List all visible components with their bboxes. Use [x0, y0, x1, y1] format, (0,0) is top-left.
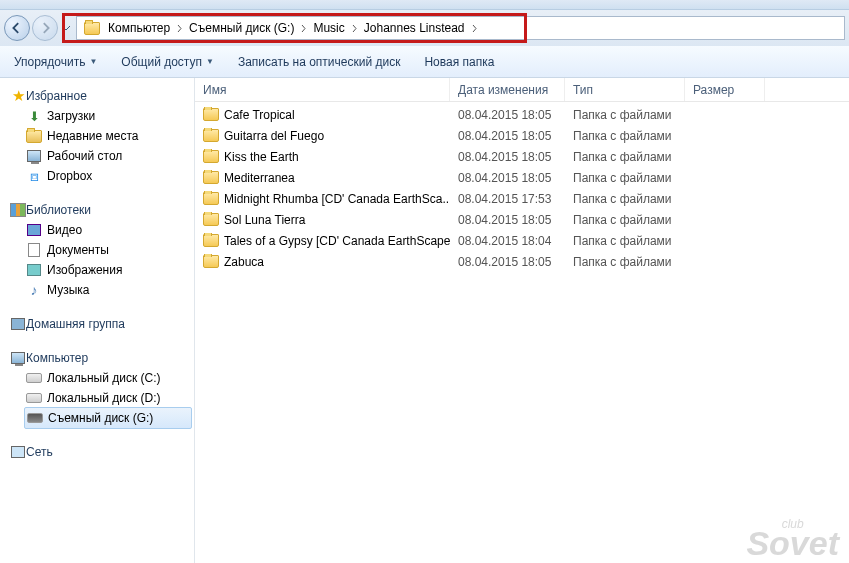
disk-icon: [26, 390, 42, 406]
chevron-down-icon: ▼: [206, 57, 214, 66]
homegroup-header[interactable]: Домашняя группа: [0, 314, 194, 334]
nav-bar: КомпьютерСъемный диск (G:)MusicJohannes …: [0, 10, 849, 46]
folder-icon: [203, 170, 219, 186]
sidebar-item-favorite[interactable]: ⬇Загрузки: [0, 106, 194, 126]
sidebar-item-label: Локальный диск (D:): [47, 391, 161, 405]
network-icon: [10, 444, 26, 460]
new-folder-button[interactable]: Новая папка: [418, 51, 500, 73]
sidebar-item-favorite[interactable]: ⧈Dropbox: [0, 166, 194, 186]
sidebar-item-label: Локальный диск (C:): [47, 371, 161, 385]
chevron-right-icon[interactable]: [173, 21, 186, 35]
file-name: Zabuca: [224, 255, 264, 269]
file-name: Sol Luna Tierra: [224, 213, 305, 227]
sidebar-item-drive[interactable]: Локальный диск (C:): [0, 368, 194, 388]
chevron-right-icon[interactable]: [468, 21, 481, 35]
file-list-pane: Имя Дата изменения Тип Размер Cafe Tropi…: [195, 78, 849, 563]
sidebar-item-label: Загрузки: [47, 109, 95, 123]
back-button[interactable]: [4, 15, 30, 41]
network-group: Сеть: [0, 442, 194, 462]
sidebar-item-label: Документы: [47, 243, 109, 257]
column-date[interactable]: Дата изменения: [450, 78, 565, 101]
column-size[interactable]: Размер: [685, 78, 765, 101]
download-icon: ⬇: [26, 108, 42, 124]
homegroup-icon: [10, 316, 26, 332]
sidebar-item-library[interactable]: Документы: [0, 240, 194, 260]
sidebar-item-label: Рабочий стол: [47, 149, 122, 163]
file-date: 08.04.2015 17:53: [450, 192, 565, 206]
chevron-right-icon[interactable]: [297, 21, 310, 35]
file-type: Папка с файлами: [565, 150, 685, 164]
table-row[interactable]: Cafe Tropical08.04.2015 18:05Папка с фай…: [195, 104, 849, 125]
arrow-right-icon: [39, 22, 51, 34]
table-row[interactable]: Tales of a Gypsy [CD' Canada EarthScape.…: [195, 230, 849, 251]
share-button[interactable]: Общий доступ ▼: [115, 51, 220, 73]
favorites-header[interactable]: ★ Избранное: [0, 86, 194, 106]
table-row[interactable]: Guitarra del Fuego08.04.2015 18:05Папка …: [195, 125, 849, 146]
burn-button[interactable]: Записать на оптический диск: [232, 51, 407, 73]
file-name: Tales of a Gypsy [CD' Canada EarthScape.…: [224, 234, 450, 248]
recent-icon: [26, 128, 42, 144]
file-name: Midnight Rhumba [CD' Canada EarthSca...: [224, 192, 450, 206]
address-bar[interactable]: КомпьютерСъемный диск (G:)MusicJohannes …: [76, 16, 845, 40]
column-name[interactable]: Имя: [195, 78, 450, 101]
sidebar-item-drive[interactable]: Съемный диск (G:): [24, 407, 192, 429]
sidebar-item-favorite[interactable]: Рабочий стол: [0, 146, 194, 166]
file-date: 08.04.2015 18:04: [450, 234, 565, 248]
file-date: 08.04.2015 18:05: [450, 171, 565, 185]
sidebar-item-drive[interactable]: Локальный диск (D:): [0, 388, 194, 408]
table-row[interactable]: Mediterranea08.04.2015 18:05Папка с файл…: [195, 167, 849, 188]
window-titlebar: [0, 0, 849, 10]
libraries-icon: [10, 202, 26, 218]
sidebar-item-label: Музыка: [47, 283, 89, 297]
images-icon: [26, 262, 42, 278]
content-area: ★ Избранное ⬇ЗагрузкиНедавние местаРабоч…: [0, 78, 849, 563]
network-header[interactable]: Сеть: [0, 442, 194, 462]
libraries-header[interactable]: Библиотеки: [0, 200, 194, 220]
table-row[interactable]: Zabuca08.04.2015 18:05Папка с файлами: [195, 251, 849, 272]
file-date: 08.04.2015 18:05: [450, 150, 565, 164]
folder-icon: [203, 128, 219, 144]
sidebar-item-label: Изображения: [47, 263, 122, 277]
table-row[interactable]: Sol Luna Tierra08.04.2015 18:05Папка с ф…: [195, 209, 849, 230]
music-icon: ♪: [26, 282, 42, 298]
star-icon: ★: [10, 88, 26, 104]
file-date: 08.04.2015 18:05: [450, 129, 565, 143]
computer-icon: [10, 350, 26, 366]
breadcrumb-segment[interactable]: Компьютер: [105, 21, 173, 35]
computer-group: Компьютер Локальный диск (C:)Локальный д…: [0, 348, 194, 429]
file-name: Guitarra del Fuego: [224, 129, 324, 143]
sidebar-item-library[interactable]: Изображения: [0, 260, 194, 280]
file-type: Папка с файлами: [565, 234, 685, 248]
chevron-right-icon[interactable]: [348, 21, 361, 35]
navigation-pane: ★ Избранное ⬇ЗагрузкиНедавние местаРабоч…: [0, 78, 195, 563]
sidebar-item-library[interactable]: ♪Музыка: [0, 280, 194, 300]
folder-icon: [203, 191, 219, 207]
sidebar-item-library[interactable]: Видео: [0, 220, 194, 240]
table-row[interactable]: Kiss the Earth08.04.2015 18:05Папка с фа…: [195, 146, 849, 167]
file-name: Mediterranea: [224, 171, 295, 185]
chevron-down-icon: [62, 26, 70, 31]
folder-icon: [203, 233, 219, 249]
folder-icon: [83, 19, 101, 37]
forward-button[interactable]: [32, 15, 58, 41]
folder-icon: [203, 149, 219, 165]
sidebar-item-label: Dropbox: [47, 169, 92, 183]
history-dropdown[interactable]: [60, 16, 72, 40]
file-type: Папка с файлами: [565, 108, 685, 122]
libraries-group: Библиотеки ВидеоДокументыИзображения♪Муз…: [0, 200, 194, 300]
chevron-down-icon: ▼: [89, 57, 97, 66]
column-type[interactable]: Тип: [565, 78, 685, 101]
computer-header[interactable]: Компьютер: [0, 348, 194, 368]
breadcrumb-segment[interactable]: Music: [310, 21, 347, 35]
table-row[interactable]: Midnight Rhumba [CD' Canada EarthSca...0…: [195, 188, 849, 209]
sidebar-item-favorite[interactable]: Недавние места: [0, 126, 194, 146]
breadcrumb-segment[interactable]: Johannes Linstead: [361, 21, 468, 35]
organize-button[interactable]: Упорядочить ▼: [8, 51, 103, 73]
docs-icon: [26, 242, 42, 258]
watermark: club Sovet: [746, 520, 839, 557]
breadcrumb-segment[interactable]: Съемный диск (G:): [186, 21, 297, 35]
file-name: Cafe Tropical: [224, 108, 295, 122]
folder-icon: [203, 212, 219, 228]
remdisk-icon: [27, 410, 43, 426]
homegroup-group: Домашняя группа: [0, 314, 194, 334]
